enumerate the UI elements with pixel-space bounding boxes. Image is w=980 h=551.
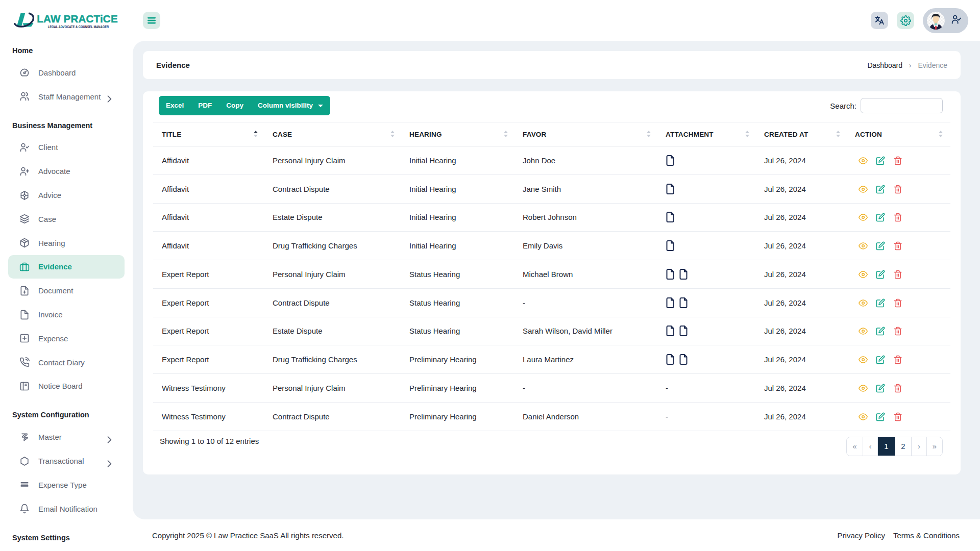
svg-text:LAW PRACTiCE: LAW PRACTiCE (37, 13, 118, 24)
svg-text:LEGAL ADVOCATE & COUNSEL MANAG: LEGAL ADVOCATE & COUNSEL MANAGER (48, 24, 109, 29)
